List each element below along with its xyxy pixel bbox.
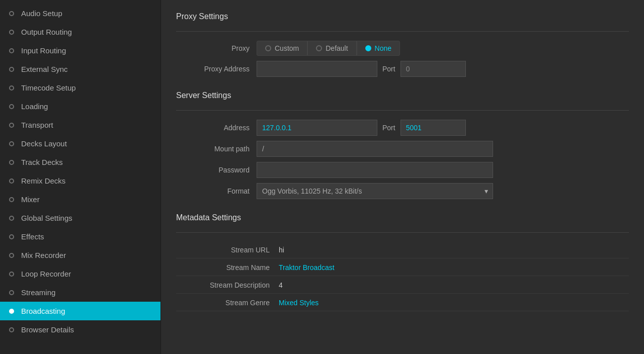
metadata-settings-section: Metadata Settings Stream URL Stream Name… [176,213,629,311]
format-label: Format [176,187,257,195]
proxy-address-row: Proxy Address Port [176,61,629,77]
sidebar-item-label: Effects [21,232,44,241]
format-row: Format Ogg Vorbis, 11025 Hz, 32 kBit/sOg… [176,183,629,199]
proxy-port-input[interactable] [400,61,466,77]
stream-genre-row: Stream Genre [176,295,629,311]
sidebar-bullet [9,67,14,72]
server-port-label: Port [382,124,395,132]
sidebar-item-global-settings[interactable]: Global Settings [0,209,160,227]
sidebar-item-streaming[interactable]: Streaming [0,283,160,302]
sidebar-item-label: Loading [21,102,48,111]
proxy-none-option[interactable]: None [357,41,400,56]
sidebar-item-label: Browser Details [21,325,74,334]
sidebar-item-loading[interactable]: Loading [0,97,160,116]
sidebar-item-label: Remix Decks [21,176,65,185]
proxy-custom-radio [265,45,271,51]
stream-description-label: Stream Description [176,281,277,289]
sidebar-bullet [9,197,14,202]
sidebar-item-broadcasting[interactable]: Broadcasting [0,302,160,320]
password-input[interactable] [257,162,493,178]
sidebar-bullet [9,253,14,258]
proxy-settings-title: Proxy Settings [176,12,629,23]
sidebar-bullet [9,11,14,16]
sidebar-item-label: Mix Recorder [21,251,66,259]
sidebar-bullet [9,290,14,295]
password-row: Password [176,162,629,178]
sidebar-item-label: Output Routing [21,28,72,36]
sidebar-item-label: Timecode Setup [21,83,76,92]
sidebar-item-audio-setup[interactable]: Audio Setup [0,4,160,23]
stream-name-input[interactable] [277,262,629,273]
sidebar-bullet [9,272,14,277]
metadata-settings-title: Metadata Settings [176,213,629,224]
sidebar-bullet [9,309,14,314]
sidebar-bullet [9,234,14,239]
server-settings-title: Server Settings [176,91,629,102]
sidebar-bullet [9,48,14,53]
sidebar-item-loop-recorder[interactable]: Loop Recorder [0,264,160,283]
proxy-default-label: Default [326,44,348,52]
sidebar-item-label: Loop Recorder [21,270,71,278]
sidebar-item-track-decks[interactable]: Track Decks [0,153,160,171]
sidebar-item-label: External Sync [21,65,68,73]
format-select[interactable]: Ogg Vorbis, 11025 Hz, 32 kBit/sOgg Vorbi… [257,183,493,199]
proxy-address-input[interactable] [257,61,377,77]
server-port-input[interactable] [400,120,466,136]
sidebar-item-label: Input Routing [21,46,66,55]
mount-path-input[interactable] [257,141,493,157]
stream-genre-input[interactable] [277,298,629,308]
sidebar-item-external-sync[interactable]: External Sync [0,60,160,78]
server-settings-section: Server Settings Address Port Mount path … [176,91,629,199]
sidebar-item-decks-layout[interactable]: Decks Layout [0,134,160,153]
mount-path-label: Mount path [176,145,257,153]
sidebar-item-label: Transport [21,121,53,129]
proxy-default-option[interactable]: Default [307,41,356,56]
sidebar-bullet [9,160,14,165]
proxy-none-label: None [375,44,391,52]
stream-url-input[interactable] [277,245,629,255]
sidebar-item-label: Audio Setup [21,9,62,18]
stream-url-row: Stream URL [176,242,629,258]
sidebar-item-transport[interactable]: Transport [0,116,160,134]
proxy-label: Proxy [176,44,257,52]
sidebar-item-label: Streaming [21,288,55,297]
stream-name-label: Stream Name [176,263,277,272]
proxy-port-label: Port [382,65,395,73]
sidebar-bullet [9,30,14,35]
proxy-custom-option[interactable]: Custom [257,41,307,56]
sidebar-item-mix-recorder[interactable]: Mix Recorder [0,246,160,264]
sidebar-item-timecode-setup[interactable]: Timecode Setup [0,78,160,97]
sidebar-bullet [9,141,14,146]
sidebar-bullet [9,123,14,128]
sidebar-item-label: Mixer [21,195,40,204]
proxy-settings-section: Proxy Settings Proxy Custom Default None [176,12,629,77]
format-select-wrapper: Ogg Vorbis, 11025 Hz, 32 kBit/sOgg Vorbi… [257,183,493,199]
sidebar-item-remix-decks[interactable]: Remix Decks [0,171,160,190]
server-address-row: Address Port [176,120,629,136]
proxy-custom-label: Custom [275,44,299,52]
server-address-label: Address [176,124,257,132]
sidebar-item-browser-details[interactable]: Browser Details [0,320,160,339]
sidebar-item-effects[interactable]: Effects [0,227,160,246]
proxy-none-radio [365,45,371,51]
sidebar-item-label: Decks Layout [21,139,67,148]
password-label: Password [176,166,257,174]
sidebar-bullet [9,85,14,91]
server-address-input[interactable] [257,120,377,136]
sidebar-bullet [9,104,14,109]
sidebar-item-mixer[interactable]: Mixer [0,190,160,209]
stream-name-row: Stream Name [176,259,629,276]
proxy-row: Proxy Custom Default None [176,41,629,56]
stream-genre-label: Stream Genre [176,299,277,307]
sidebar-item-output-routing[interactable]: Output Routing [0,23,160,41]
sidebar-item-input-routing[interactable]: Input Routing [0,41,160,60]
proxy-default-radio [316,45,322,51]
stream-description-input[interactable] [277,280,629,290]
stream-description-row: Stream Description [176,277,629,294]
main-content: Proxy Settings Proxy Custom Default None [161,0,644,354]
sidebar-bullet [9,327,14,332]
sidebar-bullet [9,216,14,221]
sidebar-item-label: Broadcasting [21,307,65,315]
proxy-address-label: Proxy Address [176,65,257,73]
sidebar-bullet [9,179,14,184]
